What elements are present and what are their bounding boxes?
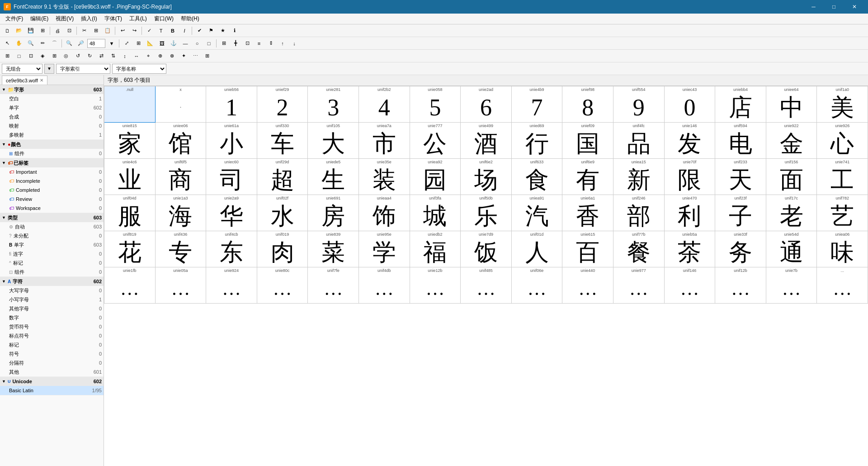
glyph-cell-gong2[interactable]: unie741 工 — [817, 159, 868, 195]
sidebar-header-label[interactable]: ▼ 🏷 已标签 — [0, 158, 104, 167]
sidebar-item-marks[interactable]: 标记 0 — [0, 340, 104, 349]
glyph-cell-dian[interactable]: unif594 电 — [715, 123, 766, 159]
glyph-cell-chao[interactable]: unif29d 超 — [257, 159, 308, 195]
sidebar-item-single2[interactable]: B 单字 603 — [0, 240, 104, 249]
minimize-button[interactable]: ─ — [803, 0, 824, 14]
tb2-zoom-in[interactable]: 🔍 — [64, 38, 75, 48]
tb3-9[interactable]: ⇄ — [96, 51, 107, 61]
glyph-cell-5[interactable]: unie058 5 — [410, 86, 461, 123]
glyph-cell-zhuang[interactable]: unie35e 装 — [359, 159, 410, 195]
zoom-input[interactable] — [87, 39, 105, 48]
glyph-cell-1[interactable]: unieb56 1 — [206, 86, 257, 123]
sidebar-item-important[interactable]: 🏷 Important 0 — [0, 167, 104, 176]
glyph-cell-ye[interactable]: unie4c6 业 — [104, 159, 156, 195]
glyph-cell-wei[interactable]: uniea06 味 — [817, 231, 868, 267]
sidebar-item-completed[interactable]: 🏷 Completed 0 — [0, 185, 104, 195]
tb2-circle[interactable]: ○ — [192, 38, 203, 48]
tb3-14[interactable]: ⊕ — [155, 51, 165, 61]
tb-print[interactable]: 🖨 — [52, 26, 63, 36]
glyph-cell-x[interactable]: x · — [156, 86, 207, 123]
tb3-13[interactable]: ⌖ — [143, 51, 154, 61]
tb3-3[interactable]: ⊡ — [25, 51, 36, 61]
tb-validate[interactable]: ✓ — [144, 26, 155, 36]
tb-test[interactable]: T — [156, 26, 166, 36]
glyph-cell-si[interactable]: uniec60 司 — [206, 159, 257, 195]
glyph-cell-xian[interactable]: unie70f 限 — [665, 159, 716, 195]
sidebar-item-ligature[interactable]: fi 连字 0 — [0, 249, 104, 258]
tb3-4[interactable]: ◈ — [37, 51, 48, 61]
glyph-cell-tian[interactable]: unif233 天 — [715, 159, 766, 195]
sidebar-header-char[interactable]: ▼ A 字符 602 — [0, 277, 104, 286]
tb-undo[interactable]: ↩ — [117, 26, 128, 36]
sidebar-item-mark[interactable]: ^ 标记 0 — [0, 258, 104, 267]
glyph-cell-r62[interactable]: unie05a … — [156, 267, 207, 304]
tb2-curve[interactable]: ⌒ — [49, 38, 60, 48]
tb2-snap[interactable]: ⊡ — [242, 38, 253, 48]
sidebar-item-sep[interactable]: 分隔符 0 — [0, 358, 104, 367]
tb3-2[interactable]: □ — [14, 51, 24, 61]
glyph-cell-r610[interactable]: unie440 … — [562, 267, 613, 304]
glyph-cell-xiang[interactable]: unie6a1 香 — [562, 195, 613, 231]
glyph-cell-r64[interactable]: unie80c … — [257, 267, 308, 304]
glyph-cell-r613[interactable]: unif12b … — [715, 267, 766, 304]
tb-paste[interactable]: 📋 — [102, 26, 113, 36]
menu-file[interactable]: 文件(F) — [2, 14, 27, 24]
tb2-select[interactable]: ↖ — [2, 38, 13, 48]
glyph-cell-gong[interactable]: unie777 公 — [410, 123, 461, 159]
tb2-zoom[interactable]: 🔍 — [25, 38, 36, 48]
tb-italic[interactable]: I — [179, 26, 190, 36]
glyph-cell-null[interactable]: .null — [104, 86, 156, 123]
glyph-cell-r615[interactable]: ... … — [817, 267, 868, 304]
glyph-cell-wu[interactable]: unie33f 务 — [715, 231, 766, 267]
glyph-cell-ren[interactable]: unif01d 人 — [512, 231, 563, 267]
tb-preview[interactable]: ⊡ — [64, 26, 75, 36]
glyph-cell-hua2[interactable]: unif819 花 — [104, 231, 156, 267]
tb2-zoom-out[interactable]: 🔎 — [75, 38, 86, 48]
sidebar-item-single[interactable]: 单字 602 — [0, 103, 104, 112]
glyph-cell-r66[interactable]: unif4db … — [359, 267, 410, 304]
glyph-cell-you[interactable]: unif6e9 有 — [562, 159, 613, 195]
glyph-cell-cai[interactable]: unie839 菜 — [308, 231, 359, 267]
sidebar-item-workspace[interactable]: 🏷 Workspace 0 — [0, 204, 104, 213]
glyph-cell-xiao[interactable]: unie61a 小 — [206, 123, 257, 159]
glyph-cell-guo[interactable]: unief09 国 — [562, 123, 613, 159]
glyph-cell-jin[interactable]: unie922 金 — [766, 123, 817, 159]
glyph-cell-xin2[interactable]: uniea15 新 — [613, 159, 665, 195]
glyph-cell-3[interactable]: unie281 3 — [308, 86, 359, 123]
glyph-cell-shi3[interactable]: unieaa4 饰 — [359, 195, 410, 231]
glyph-cell-jia[interactable]: unie815 家 — [104, 123, 156, 159]
combo-select-2[interactable]: 字形索引 — [56, 64, 110, 74]
glyph-cell-bu[interactable]: unif246 部 — [613, 195, 665, 231]
sidebar-item-component[interactable]: ⊞ 组件 0 — [0, 149, 104, 158]
tb-flag[interactable]: ⚑ — [206, 26, 217, 36]
tb2-align[interactable]: ≡ — [254, 38, 264, 48]
sidebar-item-number[interactable]: 数字 0 — [0, 313, 104, 322]
glyph-cell-shui[interactable]: unif02f 水 — [257, 195, 308, 231]
glyph-cell-li[interactable]: unie470 利 — [665, 195, 716, 231]
glyph-cell-0[interactable]: uniec43 0 — [665, 86, 716, 123]
sidebar-item-compose[interactable]: 合成 0 — [0, 112, 104, 121]
menu-help[interactable]: 帮助(H) — [177, 14, 203, 24]
combo-select-3[interactable]: 字形名称 — [112, 64, 166, 74]
glyph-cell-zi[interactable]: unif23f 子 — [715, 195, 766, 231]
tb3-17[interactable]: ⋯ — [190, 51, 201, 61]
tb2-up[interactable]: ↑ — [277, 38, 288, 48]
glyph-cell-9[interactable]: unif554 9 — [613, 86, 665, 123]
glyph-cell-zhuan[interactable]: unif436 专 — [156, 231, 207, 267]
close-button[interactable]: ✕ — [844, 0, 864, 14]
tb2-ruler[interactable]: 📐 — [145, 38, 156, 48]
tb3-8[interactable]: ↻ — [84, 51, 95, 61]
tb2-zoom-dropdown[interactable]: ▼ — [106, 38, 117, 48]
menu-edit[interactable]: 编辑(E) — [27, 14, 52, 24]
glyph-cell-hai[interactable]: unie1a3 海 — [156, 195, 207, 231]
glyph-cell-rou[interactable]: unif019 肉 — [257, 231, 308, 267]
glyph-cell-che[interactable]: unif330 车 — [257, 123, 308, 159]
sidebar-item-otherletter[interactable]: 其他字母 0 — [0, 304, 104, 313]
glyph-cell-8[interactable]: unief98 8 — [562, 86, 613, 123]
tb-info[interactable]: ℹ — [229, 26, 240, 36]
glyph-cell-chang[interactable]: unif6e2 场 — [461, 159, 512, 195]
tb-new[interactable]: 🗋 — [2, 26, 13, 36]
tb3-15[interactable]: ⊗ — [166, 51, 177, 61]
glyph-cell-hua[interactable]: unie2a9 华 — [206, 195, 257, 231]
glyph-cell-fu[interactable]: unif04d 服 — [104, 195, 156, 231]
